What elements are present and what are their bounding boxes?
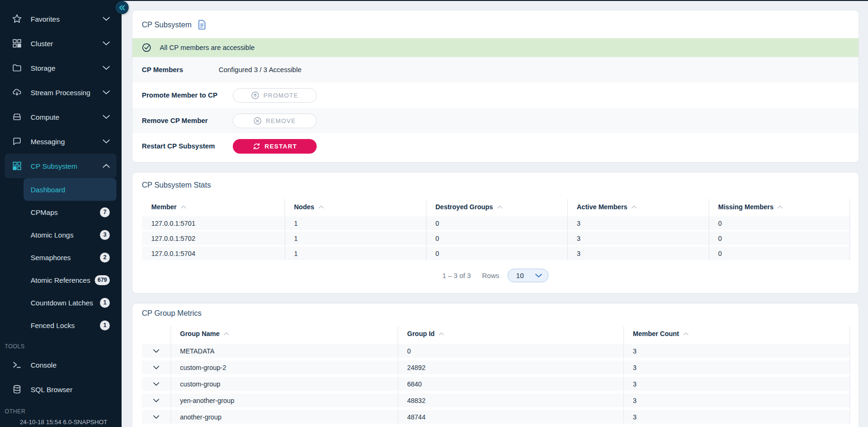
- column-header-member-count[interactable]: Member Count: [623, 330, 850, 337]
- folder-icon: [12, 63, 22, 73]
- sidebar-subitem-label: Atomic References: [31, 276, 90, 284]
- row-expand-button[interactable]: [142, 399, 171, 402]
- window-top-edge: [0, 0, 868, 1]
- chevron-down-icon: [103, 90, 110, 94]
- groups-table-header: Group Name Group Id Member Count: [142, 326, 850, 341]
- column-header-member[interactable]: Member: [142, 203, 285, 211]
- column-header-destroyed-groups[interactable]: Destroyed Groups: [426, 203, 567, 211]
- sidebar-nav: Favorites Cluster Storage Stream Process…: [0, 0, 122, 426]
- sidebar-subitem-label: Semaphores: [31, 254, 71, 262]
- double-chevron-left-icon: [119, 5, 125, 10]
- chevron-down-icon: [153, 366, 159, 370]
- chevron-down-icon: [153, 382, 159, 386]
- column-header-group-name[interactable]: Group Name: [171, 330, 398, 337]
- sidebar-item-compute[interactable]: Compute: [5, 105, 116, 129]
- row-label: Promote Member to CP: [142, 91, 219, 99]
- column-header-active-members[interactable]: Active Members: [567, 203, 709, 211]
- cell-member-count: 3: [623, 413, 850, 421]
- sidebar-subitem-label: CPMaps: [31, 208, 58, 216]
- sidebar-item-dashboard[interactable]: Dashboard: [24, 178, 116, 201]
- sort-icon: [631, 205, 637, 209]
- grid-icon: [12, 38, 22, 49]
- cell-missing-members: 0: [709, 250, 850, 257]
- sidebar-item-cluster[interactable]: Cluster: [5, 31, 116, 56]
- cell-group-name: another-group: [171, 413, 398, 421]
- sidebar-item-storage[interactable]: Storage: [5, 56, 116, 80]
- sidebar-item-atomic-references[interactable]: Atomic References 679: [24, 269, 116, 291]
- column-divider: [623, 326, 624, 424]
- sidebar-item-label: Favorites: [31, 15, 103, 23]
- table-row: 127.0.0.1:5702 1 0 3 0: [142, 231, 850, 245]
- sidebar-item-sql-browser[interactable]: SQL Browser: [5, 377, 116, 402]
- sidebar-item-console[interactable]: Console: [5, 353, 116, 377]
- stream-cloud-icon: [12, 87, 22, 98]
- sidebar-item-stream-processing[interactable]: Stream Processing: [5, 80, 116, 105]
- cp-panel-rows: CP Members Configured 3 / 3 Accessible P…: [132, 57, 859, 159]
- sidebar-item-countdown-latches[interactable]: Countdown Latches 1: [24, 291, 116, 314]
- row-label: CP Members: [142, 66, 219, 74]
- sort-icon: [439, 332, 444, 336]
- sidebar-subitem-label: Countdown Latches: [31, 299, 93, 307]
- table-row: yen-another-group 48832 3: [142, 394, 850, 407]
- database-icon: [12, 384, 22, 394]
- cell-member: 127.0.0.1:5704: [142, 250, 285, 257]
- panel-title-row: CP Subsystem: [142, 20, 206, 30]
- rows-per-page-select[interactable]: 10: [508, 269, 549, 282]
- remove-button[interactable]: REMOVE: [233, 114, 317, 128]
- sidebar-item-semaphores[interactable]: Semaphores 2: [24, 246, 116, 269]
- cp-group-metrics-panel: CP Group Metrics Group Name Group Id Mem…: [132, 303, 859, 427]
- count-badge: 2: [100, 253, 110, 263]
- row-expand-button[interactable]: [142, 349, 171, 353]
- sidebar-item-atomic-longs[interactable]: Atomic Longs 3: [24, 223, 116, 246]
- cell-group-name: yen-another-group: [171, 397, 398, 404]
- row-expand-button[interactable]: [142, 366, 171, 370]
- table-row: custom-group 6840 3: [142, 377, 850, 391]
- table-row: 127.0.0.1:5704 1 0 3 0: [142, 246, 850, 260]
- column-divider: [850, 326, 850, 424]
- column-header-nodes[interactable]: Nodes: [285, 203, 426, 211]
- chevron-down-icon: [103, 66, 110, 70]
- restart-button[interactable]: RESTART: [233, 139, 317, 154]
- pagination: 1 – 3 of 3 Rows 10: [132, 269, 859, 282]
- sidebar-collapse-button[interactable]: [115, 1, 129, 14]
- sidebar-subitem-label: Fenced Locks: [31, 321, 74, 329]
- column-header-missing-members[interactable]: Missing Members: [709, 203, 850, 211]
- sidebar-item-cp-subsystem[interactable]: CP Subsystem: [5, 154, 116, 178]
- sidebar-item-label: Messaging: [31, 138, 103, 146]
- cell-destroyed-groups: 0: [426, 235, 567, 242]
- row-expand-button[interactable]: [142, 415, 171, 419]
- document-icon[interactable]: [198, 20, 206, 30]
- restart-row: Restart CP Subsystem RESTART: [132, 133, 859, 159]
- sidebar-item-favorites[interactable]: Favorites: [5, 7, 116, 31]
- column-divider: [285, 199, 285, 260]
- terminal-icon: [12, 360, 22, 370]
- count-badge: 1: [100, 298, 110, 308]
- column-header-group-id[interactable]: Group Id: [398, 330, 623, 337]
- sidebar-item-messaging[interactable]: Messaging: [5, 129, 116, 154]
- stats-title: CP Subsystem Stats: [142, 181, 211, 189]
- cell-member: 127.0.0.1:5701: [142, 220, 285, 227]
- sidebar: Favorites Cluster Storage Stream Process…: [0, 0, 122, 427]
- cell-member: 127.0.0.1:5702: [142, 235, 285, 242]
- table-row: custom-group-2 24892 3: [142, 361, 850, 374]
- status-banner: All CP members are accessible: [132, 38, 859, 57]
- sidebar-item-label: Console: [31, 361, 110, 369]
- sidebar-item-cpmaps[interactable]: CPMaps 7: [24, 201, 116, 223]
- promote-button[interactable]: PROMOTE: [233, 88, 317, 103]
- sidebar-item-fenced-locks[interactable]: Fenced Locks 1: [24, 314, 116, 337]
- version-text: 24-10-18 15:54 6.0-SNAPSHOT: [0, 419, 122, 426]
- sort-icon: [224, 332, 229, 336]
- cell-active-members: 3: [567, 235, 709, 242]
- column-divider: [567, 199, 568, 260]
- cell-member-count: 3: [623, 347, 850, 355]
- row-expand-button[interactable]: [142, 382, 171, 386]
- page-title: CP Subsystem: [142, 21, 192, 29]
- x-circle-icon: [254, 117, 262, 125]
- cell-group-id: 0: [398, 347, 623, 355]
- cell-nodes: 1: [285, 250, 426, 257]
- sidebar-item-label: Storage: [31, 64, 103, 72]
- cell-member-count: 3: [623, 380, 850, 388]
- table-row: 127.0.0.1:5701 1 0 3 0: [142, 216, 850, 230]
- sidebar-item-label: Stream Processing: [31, 89, 103, 97]
- chevron-down-icon: [103, 115, 110, 119]
